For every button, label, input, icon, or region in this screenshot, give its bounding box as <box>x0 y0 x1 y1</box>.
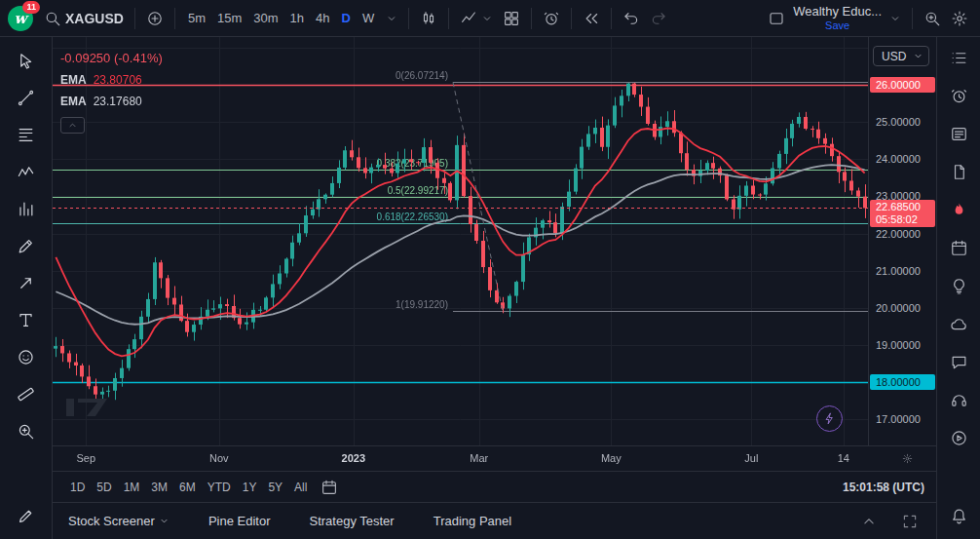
layout-dropdown-button[interactable] <box>886 9 905 28</box>
chevron-up-icon <box>67 120 78 131</box>
toolbar-separator <box>408 8 409 29</box>
indicator-row-ema-2[interactable]: EMA 23.17680 <box>60 95 163 108</box>
range-1M[interactable]: 1M <box>118 478 146 497</box>
drawings-panel-toggle-button[interactable] <box>15 505 37 527</box>
chart-area: -0.09250 (-0.41%) EMA 23.80706 EMA 23.17… <box>53 37 936 471</box>
bar-replay-button[interactable] <box>579 6 604 31</box>
currency-select[interactable]: USD <box>873 46 929 66</box>
bulb-icon <box>950 277 968 295</box>
pen-icon <box>17 237 35 255</box>
redo-button[interactable] <box>646 6 671 31</box>
footer-tab-strategy-tester[interactable]: Strategy Tester <box>307 510 396 532</box>
symbol-search-button[interactable]: XAGUSD <box>40 6 128 31</box>
range-5D[interactable]: 5D <box>91 478 117 497</box>
indicator-row-ema-1[interactable]: EMA 23.80706 <box>60 73 163 87</box>
timeframe-15m[interactable]: 15m <box>211 7 247 29</box>
footer-tab-trading-panel[interactable]: Trading Panel <box>432 510 513 532</box>
symbol-name: XAGUSD <box>65 11 124 26</box>
arrow-marker-tool-button[interactable] <box>15 272 37 294</box>
calendar-button[interactable] <box>948 237 970 259</box>
timeframe-W[interactable]: W <box>357 7 380 29</box>
news-button[interactable] <box>948 123 970 145</box>
range-6M[interactable]: 6M <box>173 478 202 497</box>
data-window-button[interactable] <box>948 161 970 183</box>
pencil-icon <box>17 507 35 525</box>
timeframe-D[interactable]: D <box>336 7 357 29</box>
alerts-button[interactable] <box>948 85 970 107</box>
chevron-down-icon <box>889 13 901 24</box>
range-YTD[interactable]: YTD <box>202 478 237 497</box>
expand-panel-button[interactable] <box>856 509 882 534</box>
collapse-indicators-button[interactable] <box>60 117 85 134</box>
toolbar-separator <box>571 8 572 29</box>
chevron-up-icon <box>860 513 878 530</box>
create-alert-button[interactable] <box>539 6 564 31</box>
quick-search-button[interactable] <box>920 6 945 31</box>
zoom-tool-button[interactable] <box>15 420 37 443</box>
save-layout-link[interactable]: Save <box>825 19 849 32</box>
price-axis-label: 17.00000 <box>869 411 936 427</box>
text-tool-button[interactable] <box>15 309 37 331</box>
brush-tool-button[interactable] <box>15 235 37 257</box>
range-3M[interactable]: 3M <box>145 478 173 497</box>
trendline-tool-button[interactable] <box>15 87 37 109</box>
bar-countdown: 05:58:02 <box>876 214 935 225</box>
fullscreen-button[interactable] <box>897 509 923 534</box>
go-to-date-button[interactable] <box>317 475 342 500</box>
range-1Y[interactable]: 1Y <box>237 478 263 497</box>
pattern-tool-button[interactable] <box>15 161 37 183</box>
watchlist-button[interactable] <box>948 47 970 69</box>
footer-tab-stock-screener[interactable]: Stock Screener <box>66 510 171 532</box>
price-axis[interactable]: USD 26.0000025.0000024.0000023.0000022.0… <box>868 37 936 445</box>
tutorials-button[interactable] <box>948 427 970 449</box>
bottom-panel-tabs: Stock ScreenerPine EditorStrategy Tester… <box>66 510 548 532</box>
range-1D[interactable]: 1D <box>64 478 91 497</box>
layout-square-icon <box>768 10 785 27</box>
time-axis[interactable]: SepNov2023MarMayJul14 <box>53 445 936 471</box>
minds-button[interactable] <box>948 313 970 335</box>
undo-button[interactable] <box>619 6 644 31</box>
chat-button[interactable] <box>948 351 970 373</box>
indicator-value: 23.17680 <box>94 95 142 108</box>
axis-settings-button[interactable] <box>898 449 917 468</box>
chevron-down-icon <box>481 13 493 24</box>
timeframe-1h[interactable]: 1h <box>284 7 310 29</box>
chart-style-button[interactable] <box>416 6 441 31</box>
price-axis-label: 19.00000 <box>869 337 936 353</box>
app-logo[interactable]: w 11 <box>8 6 33 31</box>
clock[interactable]: 15:01:58 (UTC) <box>843 481 924 494</box>
support-button[interactable] <box>948 389 970 411</box>
footer-tab-pine-editor[interactable]: Pine Editor <box>207 510 273 532</box>
text-icon <box>17 311 35 329</box>
emoji-tool-button[interactable] <box>15 346 37 368</box>
fib-retracement-tool-button[interactable] <box>15 124 37 146</box>
measure-tool-button[interactable] <box>15 383 37 405</box>
left-toolbar <box>0 37 53 539</box>
timeframe-5m[interactable]: 5m <box>182 7 211 29</box>
layout-name-block[interactable]: Wealthy Educ... Save <box>791 4 884 33</box>
candlestick-canvas[interactable] <box>53 37 868 445</box>
smiley-icon <box>17 348 35 366</box>
chart-settings-button[interactable] <box>947 6 972 31</box>
calendar-icon <box>950 239 968 257</box>
timeframe-4h[interactable]: 4h <box>310 7 335 29</box>
range-All[interactable]: All <box>288 478 313 497</box>
range-5Y[interactable]: 5Y <box>262 478 288 497</box>
toolbar-separator <box>531 8 532 29</box>
layout-name: Wealthy Educ... <box>793 5 882 19</box>
quick-action-button[interactable] <box>816 405 843 432</box>
compare-add-symbol-button[interactable] <box>142 6 168 31</box>
notifications-button[interactable] <box>948 505 970 527</box>
timeframe-30m[interactable]: 30m <box>247 7 283 29</box>
layout-templates-button[interactable] <box>499 6 524 31</box>
indicator-label: EMA <box>60 73 87 87</box>
footer-tab-label: Stock Screener <box>68 514 155 528</box>
timeframe-dropdown-button[interactable] <box>382 9 401 28</box>
ideas-button[interactable] <box>948 275 970 297</box>
indicators-button[interactable] <box>456 6 497 31</box>
forecast-tool-button[interactable] <box>15 198 37 220</box>
layout-select-button[interactable] <box>764 6 789 31</box>
doc-icon <box>950 163 968 181</box>
hotlists-button[interactable] <box>948 199 970 221</box>
cursor-tool-button[interactable] <box>15 50 37 72</box>
